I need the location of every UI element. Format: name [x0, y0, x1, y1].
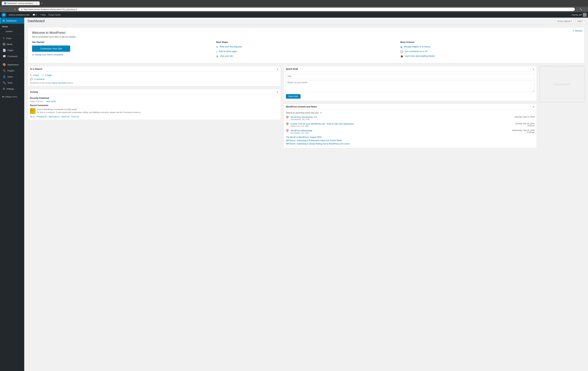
page-title: Dashboard	[28, 19, 45, 23]
tab-title: Dashboard ‹ serious-wordpres…	[7, 2, 35, 4]
add-about-link[interactable]: Add an About page	[219, 50, 237, 53]
new-tab-button[interactable]: +	[41, 2, 42, 5]
screen-options-button[interactable]: Screen Options ▾	[556, 19, 574, 23]
extensions-button[interactable]: 🔧	[579, 8, 582, 11]
learn-more-link[interactable]: Learn more about getting started	[405, 55, 435, 57]
event3-link[interactable]: WordPress Wednesday	[291, 129, 312, 132]
help-button[interactable]: Help ▾	[575, 19, 585, 23]
commenter-link[interactable]: A WordPress Commenter	[42, 108, 64, 110]
sidebar-item-dashboard[interactable]: ⊞ Dashboard	[0, 18, 24, 24]
theme-link[interactable]: Twenty Seventeen	[52, 82, 67, 84]
dismiss-icon: ✕	[573, 30, 574, 32]
activity-toggle[interactable]: ▲	[276, 91, 279, 93]
recent-comments-title: Recent Comments	[30, 104, 279, 107]
quick-draft-toggle[interactable]: ▲	[532, 67, 535, 70]
quick-draft-body: Save Draft	[284, 72, 536, 101]
nav-forward-button[interactable]: →	[8, 8, 12, 11]
post-count-icon: ✎	[30, 74, 32, 76]
browser-tab[interactable]: Dashboard ‹ serious-wordpres… ✕	[2, 1, 40, 5]
filter-spam[interactable]: Spam (0)	[62, 116, 69, 118]
filter-trash[interactable]: Trash (0)	[71, 116, 79, 118]
event2-link[interactable]: Custom CSS for your WordPress site - Too…	[291, 123, 354, 125]
users-icon: 👤	[3, 75, 6, 78]
sidebar-updates[interactable]: Updates	[0, 30, 24, 33]
posts-count-link[interactable]: 1 Post	[33, 74, 39, 76]
sidebar-collapse-button[interactable]: ◀ Collapse menu	[0, 94, 24, 99]
admin-bar-new[interactable]: + New	[38, 14, 47, 16]
news-link-1[interactable]: The Month in WordPress: August 2018	[286, 136, 535, 138]
comment-post-link[interactable]: Hello world!	[67, 108, 77, 110]
event-icon-2: 📅	[286, 123, 289, 125]
comments-toggle-icon: 💬	[400, 50, 403, 53]
avatar	[583, 13, 587, 17]
events-toggle[interactable]: ▲	[532, 105, 535, 108]
sidebar-item-comments[interactable]: 💬 Comments	[0, 53, 24, 59]
glance-posts: ✎ 1 Post	[30, 74, 39, 76]
glance-footer: WordPress 4.9.8 running Twenty Seventeen…	[30, 82, 279, 84]
media-icon: 🖼	[3, 43, 5, 46]
sidebar-item-settings[interactable]: ⚙ Settings	[0, 86, 24, 92]
comment-content: From A WordPress Commenter on Hello worl…	[37, 108, 143, 114]
published-post-link[interactable]: Hello world!	[46, 100, 56, 103]
wp-wrapper: ⊞ Dashboard Home Updates ✎ Posts 🖼 Media…	[0, 18, 588, 371]
save-draft-button[interactable]: Save Draft	[286, 94, 301, 99]
sidebar-item-appearance[interactable]: 🎨 Appearance	[0, 62, 24, 68]
events-location-edit[interactable]: ✏	[320, 112, 322, 114]
next-steps-title: Next Steps	[216, 41, 396, 43]
events-header: WordPress Events and News ▲	[284, 104, 536, 110]
admin-bar-site-name[interactable]: serious-wordpress.site	[7, 14, 31, 16]
at-a-glance-toggle[interactable]: ▲	[276, 67, 279, 70]
sidebar-item-users[interactable]: 👤 Users	[0, 74, 24, 80]
comments-count-link[interactable]: 1 Comment	[34, 78, 44, 81]
nav-back-button[interactable]: ←	[2, 8, 6, 11]
filter-approved[interactable]: Approved (1)	[49, 116, 60, 118]
manage-widgets-link[interactable]: Manage widgets	[404, 45, 419, 48]
wp-logo[interactable]: W	[1, 12, 6, 17]
bookmark-button[interactable]: ☆	[576, 8, 578, 11]
sidebar-item-media[interactable]: 🖼 Media	[0, 41, 24, 47]
add-page-icon: +	[216, 50, 218, 53]
news-link-2[interactable]: WPTavern: Gutenberg 3.8 Released, Adds F…	[286, 139, 535, 142]
tab-close[interactable]: ✕	[36, 2, 37, 4]
customize-site-button[interactable]: Customize Your Site	[32, 45, 70, 52]
sidebar-home[interactable]: Home	[0, 24, 24, 30]
event-info-2: Custom CSS for your WordPress site - Too…	[291, 123, 513, 127]
turn-comments-link[interactable]: Turn comments on or off	[405, 50, 427, 53]
change-theme-link[interactable]: change your theme completely	[35, 53, 63, 56]
welcome-panel: ✕ Dismiss Welcome to WordPress! We've as…	[28, 27, 585, 63]
draft-content-input[interactable]	[286, 80, 535, 92]
nav-refresh-button[interactable]: ↻	[13, 8, 17, 11]
sidebar-item-posts[interactable]: ✎ Posts	[0, 35, 24, 41]
sidebar-item-pages[interactable]: 📄 Pages	[0, 47, 24, 53]
address-bar[interactable]: 🔒 https://www.serious-wordpress.site/wp-…	[18, 8, 575, 11]
welcome-col-next-steps: Next Steps ✎ Write your first blog post …	[216, 41, 400, 60]
manage-widgets-item: ⊞ Manage widgets or or menus	[400, 45, 580, 49]
admin-bar-purge-cache[interactable]: Purge Cache	[47, 14, 62, 16]
event1-date: Saturday, Sep 15, 2018	[514, 116, 535, 118]
drag-box: Drag boxes here	[539, 66, 585, 102]
filter-pending[interactable]: Pending (0)	[37, 116, 47, 118]
pages-count-link[interactable]: 1 Page	[45, 74, 52, 76]
dismiss-button[interactable]: ✕ Dismiss	[573, 30, 582, 32]
appearance-icon: 🎨	[3, 63, 6, 66]
dashboard-icon: ⊞	[3, 19, 5, 22]
pages-icon: 📄	[3, 49, 6, 52]
write-post-link[interactable]: Write your first blog post	[220, 45, 242, 48]
news-link-3[interactable]: WPTavern: Gutenberg is Slowly Rolling Ou…	[286, 143, 535, 145]
filter-all[interactable]: All (1)	[30, 116, 35, 118]
events-widget: WordPress Events and News ▲ Attend an up…	[284, 104, 537, 148]
change-theme-text: or, change your theme completely	[32, 53, 212, 56]
quick-draft-title: Quick Draft	[286, 68, 298, 70]
menu-button[interactable]: ⋮	[584, 8, 586, 11]
comment-count-icon: 💬	[30, 78, 33, 81]
admin-bar-comments[interactable]: 💬 0	[31, 14, 38, 16]
sidebar-item-tools[interactable]: 🔧 Tools	[0, 80, 24, 86]
event1-link[interactable]: WordCamp Sacramento, CA	[291, 116, 317, 118]
draft-title-input[interactable]	[286, 74, 535, 79]
view-site-link[interactable]: View your site	[220, 55, 233, 57]
menus-link[interactable]: or menus	[422, 45, 430, 48]
sidebar-item-plugins[interactable]: 🔌 Plugins	[0, 68, 24, 74]
event-info-3: WordPress Wednesday San Rafael, CA, USA	[291, 129, 510, 134]
posts-icon: ✎	[3, 37, 5, 40]
recently-published-title: Recently Published	[30, 97, 279, 99]
